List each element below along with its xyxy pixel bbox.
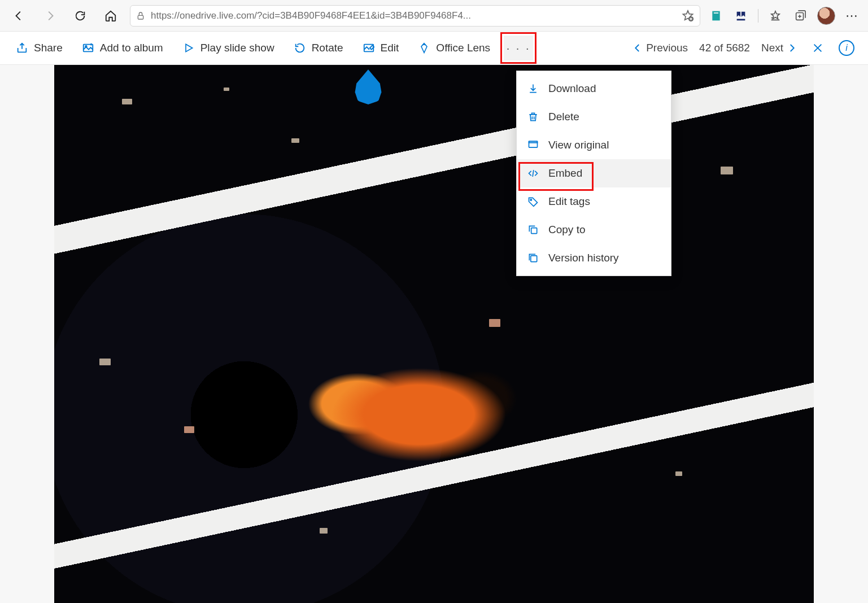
svg-rect-9	[529, 141, 538, 147]
ellipsis-icon: · · ·	[507, 42, 531, 55]
browser-toolbar: https://onedrive.live.com/?cid=3B4B90F94…	[0, 0, 868, 32]
profile-avatar[interactable]	[817, 7, 835, 25]
add-to-album-label: Add to album	[100, 42, 163, 54]
url-text: https://onedrive.live.com/?cid=3B4B90F94…	[151, 10, 676, 21]
extension-icon-2[interactable]	[733, 8, 749, 24]
svg-rect-3	[714, 12, 718, 14]
photo-viewer	[0, 65, 868, 603]
rotate-icon	[294, 42, 306, 54]
slideshow-label: Play slide show	[200, 42, 274, 54]
copy-icon	[527, 224, 539, 236]
previous-label: Previous	[646, 42, 688, 54]
code-icon	[527, 167, 539, 180]
next-label: Next	[761, 42, 783, 54]
photo-image[interactable]	[54, 65, 814, 603]
back-button[interactable]	[8, 5, 30, 27]
more-actions-menu: Download Delete View original Embed Edit…	[516, 71, 671, 276]
menu-embed[interactable]: Embed	[517, 159, 671, 187]
divider	[758, 9, 758, 23]
next-link[interactable]: Next	[761, 42, 797, 54]
chevron-left-icon	[633, 43, 643, 53]
lens-icon	[418, 42, 430, 54]
add-to-album-button[interactable]: Add to album	[80, 38, 165, 58]
menu-version-history[interactable]: Version history	[517, 244, 671, 272]
menu-embed-label: Embed	[548, 167, 582, 180]
menu-version-history-label: Version history	[548, 252, 619, 264]
lock-icon	[136, 11, 145, 21]
monitor-icon	[527, 139, 539, 151]
menu-edit-tags[interactable]: Edit tags	[517, 187, 671, 216]
home-button[interactable]	[99, 5, 122, 27]
svg-rect-13	[531, 256, 537, 262]
edit-button[interactable]: Edit	[360, 38, 402, 58]
svg-rect-2	[712, 11, 719, 20]
office-lens-label: Office Lens	[436, 42, 490, 54]
more-actions-button[interactable]: · · ·	[504, 36, 533, 60]
item-counter: 42 of 5682	[699, 42, 750, 54]
menu-delete-label: Delete	[548, 111, 579, 123]
share-icon	[16, 42, 28, 54]
slideshow-button[interactable]: Play slide show	[180, 38, 277, 58]
share-button[interactable]: Share	[14, 38, 65, 58]
edit-label: Edit	[381, 42, 399, 54]
menu-edit-tags-label: Edit tags	[548, 195, 590, 208]
menu-copy-to[interactable]: Copy to	[517, 216, 671, 244]
edit-image-icon	[363, 42, 375, 54]
chevron-right-icon	[787, 43, 797, 53]
menu-copy-to-label: Copy to	[548, 224, 585, 236]
collections-icon[interactable]	[792, 8, 808, 24]
forward-button[interactable]	[38, 5, 61, 27]
svg-rect-12	[531, 228, 537, 234]
office-lens-button[interactable]: Office Lens	[416, 38, 492, 58]
svg-point-11	[530, 199, 532, 201]
previous-link[interactable]: Previous	[633, 42, 688, 54]
rotate-button[interactable]: Rotate	[291, 38, 346, 58]
history-icon	[527, 252, 539, 264]
menu-view-original[interactable]: View original	[517, 131, 671, 159]
refresh-button[interactable]	[69, 5, 91, 27]
play-icon	[182, 42, 195, 54]
onedrive-command-bar: Share Add to album Play slide show Rotat…	[0, 32, 868, 65]
menu-download-label: Download	[548, 82, 596, 95]
browser-more-icon[interactable]: ⋯	[844, 8, 860, 24]
favorites-icon[interactable]	[767, 8, 783, 24]
add-favorite-icon[interactable]	[682, 10, 694, 22]
album-icon	[82, 42, 94, 54]
address-bar[interactable]: https://onedrive.live.com/?cid=3B4B90F94…	[130, 5, 700, 27]
trash-icon	[527, 111, 539, 123]
water-drop-icon	[354, 69, 383, 104]
close-button[interactable]	[808, 38, 827, 58]
info-button[interactable]: i	[839, 40, 854, 56]
menu-view-original-label: View original	[548, 139, 609, 151]
extension-icons: ⋯	[708, 7, 860, 25]
tag-icon	[527, 195, 539, 208]
svg-rect-4	[737, 19, 745, 20]
share-label: Share	[34, 42, 63, 54]
extension-icon-1[interactable]	[708, 8, 724, 24]
rotate-label: Rotate	[312, 42, 343, 54]
download-icon	[527, 82, 539, 95]
menu-delete[interactable]: Delete	[517, 103, 671, 131]
menu-download[interactable]: Download	[517, 75, 671, 103]
svg-rect-0	[138, 15, 143, 19]
svg-rect-10	[529, 141, 538, 143]
